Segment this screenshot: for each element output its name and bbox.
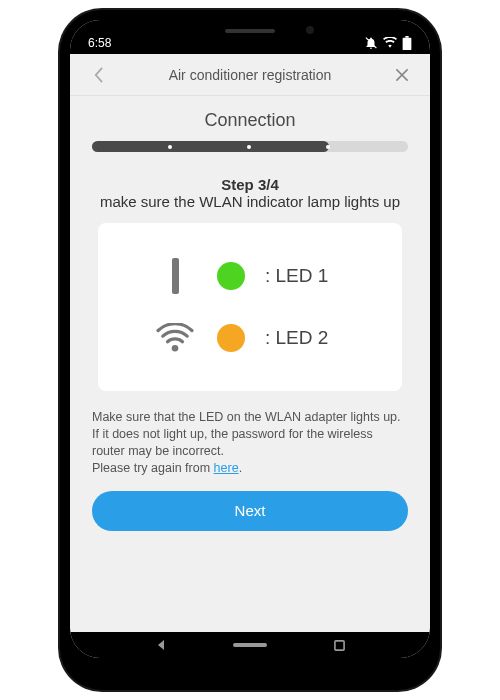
screen: 6:58 Air conditioner registration Connec… <box>70 20 430 658</box>
progress-bar <box>92 141 408 152</box>
nav-recent-icon[interactable] <box>334 640 345 651</box>
nav-back-icon[interactable] <box>155 639 167 651</box>
back-button[interactable] <box>84 61 112 89</box>
phone-frame: 6:58 Air conditioner registration Connec… <box>60 10 440 690</box>
led1-indicator <box>217 262 245 290</box>
wifi-icon <box>383 37 397 49</box>
section-title: Connection <box>92 110 408 131</box>
content: Connection Step 3/4 make sure the WLAN i… <box>70 96 430 632</box>
status-bar: 6:58 <box>70 20 430 54</box>
led1-label: : LED 1 <box>265 265 347 287</box>
android-nav-bar <box>70 632 430 658</box>
led1-symbol <box>153 258 197 294</box>
wifi-icon <box>156 323 194 353</box>
info-line1: Make sure that the LED on the WLAN adapt… <box>92 410 401 424</box>
led-card: : LED 1 : LED 2 <box>98 223 402 391</box>
info-line3-suffix: . <box>239 461 242 475</box>
close-button[interactable] <box>388 61 416 89</box>
header-title: Air conditioner registration <box>112 67 388 83</box>
retry-link[interactable]: here <box>214 461 239 475</box>
progress-fill <box>92 141 329 152</box>
led-row-2: : LED 2 <box>114 307 386 369</box>
status-time: 6:58 <box>88 36 111 50</box>
led2-indicator <box>217 324 245 352</box>
app-header: Air conditioner registration <box>70 54 430 96</box>
nav-home-icon[interactable] <box>233 643 267 647</box>
svg-rect-0 <box>403 38 412 50</box>
next-button[interactable]: Next <box>92 491 408 531</box>
info-text: Make sure that the LED on the WLAN adapt… <box>92 409 408 477</box>
dnd-icon <box>364 36 378 50</box>
svg-rect-1 <box>405 36 409 38</box>
led-row-1: : LED 1 <box>114 245 386 307</box>
info-line2: If it does not light up, the password fo… <box>92 427 373 458</box>
svg-point-2 <box>172 345 179 352</box>
status-icons <box>364 36 412 50</box>
battery-icon <box>402 36 412 50</box>
info-line3-prefix: Please try again from <box>92 461 214 475</box>
step-subtitle: make sure the WLAN indicator lamp lights… <box>92 193 408 211</box>
step-heading: Step 3/4 <box>92 176 408 193</box>
led2-symbol <box>153 323 197 353</box>
led2-label: : LED 2 <box>265 327 347 349</box>
svg-rect-3 <box>335 640 344 649</box>
